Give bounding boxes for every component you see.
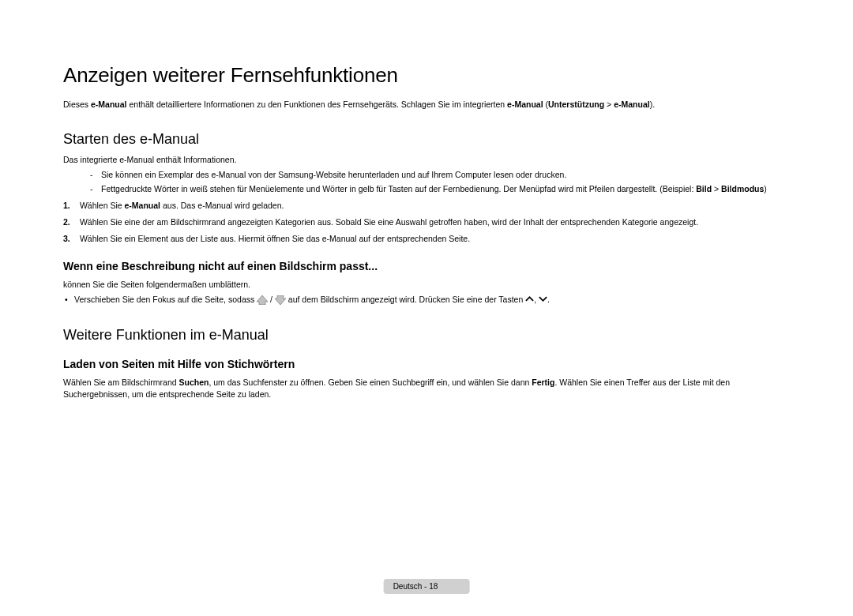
text: Wählen Sie am Bildschirmrand	[63, 377, 178, 387]
list-item: Fettgedruckte Wörter in weiß stehen für …	[90, 183, 790, 195]
bullet-list: Verschieben Sie den Fokus auf die Seite,…	[63, 294, 790, 306]
page-footer: Deutsch - 18	[384, 579, 470, 594]
text: Wählen Sie	[77, 201, 125, 210]
bold-text: Unterstützung	[548, 100, 604, 109]
bold-text: Bildmodus	[721, 184, 764, 193]
text: auf dem Bildschirm angezeigt wird. Drück…	[288, 295, 525, 304]
section2-paragraph: Wählen Sie am Bildschirmrand Suchen, um …	[63, 377, 790, 400]
step-number: 2.	[63, 216, 77, 228]
step-number: 1.	[63, 200, 77, 212]
section1-intro: Das integrierte e-Manual enthält Informa…	[63, 154, 790, 166]
steps-list: 1. Wählen Sie e-Manual aus. Das e-Manual…	[63, 200, 790, 246]
step-number: 3.	[63, 233, 77, 245]
bold-text: Suchen	[178, 377, 209, 387]
text: Verschieben Sie den Fokus auf die Seite,…	[74, 295, 257, 304]
text: enthält detailliertere Informationen zu …	[127, 100, 508, 109]
page-title: Anzeigen weiterer Fernsehfunktionen	[63, 63, 790, 88]
sub1-paragraph: können Sie die Seiten folgendermaßen umb…	[63, 279, 790, 291]
subsection-heading-beschreibung: Wenn eine Beschreibung nicht auf einen B…	[63, 260, 790, 272]
section-heading-weitere: Weitere Funktionen im e-Manual	[63, 327, 790, 344]
list-item: 1. Wählen Sie e-Manual aus. Das e-Manual…	[63, 200, 790, 212]
bold-text: e-Manual	[125, 201, 161, 210]
page-content: Anzeigen weiterer Fernsehfunktionen Dies…	[0, 0, 853, 616]
bold-text: e-Manual	[614, 100, 650, 109]
bold-text: e-Manual	[507, 100, 543, 109]
list-item: 2. Wählen Sie eine der am Bildschirmrand…	[63, 216, 790, 228]
list-item: Verschieben Sie den Fokus auf die Seite,…	[63, 294, 790, 306]
text: Wählen Sie ein Element aus der Liste aus…	[77, 234, 470, 243]
chevron-down-icon	[539, 294, 547, 306]
text: .	[547, 295, 550, 304]
text: Dieses	[63, 100, 91, 109]
page-up-icon	[257, 295, 268, 305]
text: aus. Das e-Manual wird geladen.	[160, 201, 284, 210]
text: Fettgedruckte Wörter in weiß stehen für …	[101, 184, 696, 193]
list-item: Sie können ein Exemplar des e-Manual von…	[90, 169, 790, 181]
bold-text: Fertig	[532, 377, 554, 387]
section-heading-starten: Starten des e-Manual	[63, 131, 790, 148]
list-item: 3. Wählen Sie ein Element aus der Liste …	[63, 233, 790, 245]
svg-marker-1	[275, 295, 286, 305]
page-down-icon	[275, 295, 286, 305]
text: Wählen Sie eine der am Bildschirmrand an…	[77, 217, 698, 227]
dash-list: Sie können ein Exemplar des e-Manual von…	[63, 169, 790, 194]
text: , um das Suchfenster zu öffnen. Geben Si…	[209, 377, 532, 387]
text: ).	[650, 100, 655, 109]
svg-marker-0	[257, 295, 268, 305]
bold-text: e-Manual	[91, 100, 127, 109]
text: >	[604, 100, 614, 109]
chevron-up-icon	[525, 294, 534, 306]
bold-text: Bild	[696, 184, 712, 193]
text: >	[712, 184, 721, 193]
text: )	[764, 184, 767, 193]
text: Sie können ein Exemplar des e-Manual von…	[101, 170, 566, 179]
intro-paragraph: Dieses e-Manual enthält detailliertere I…	[63, 99, 790, 111]
subsection-heading-stichwoerter: Laden von Seiten mit Hilfe von Stichwört…	[63, 358, 790, 370]
